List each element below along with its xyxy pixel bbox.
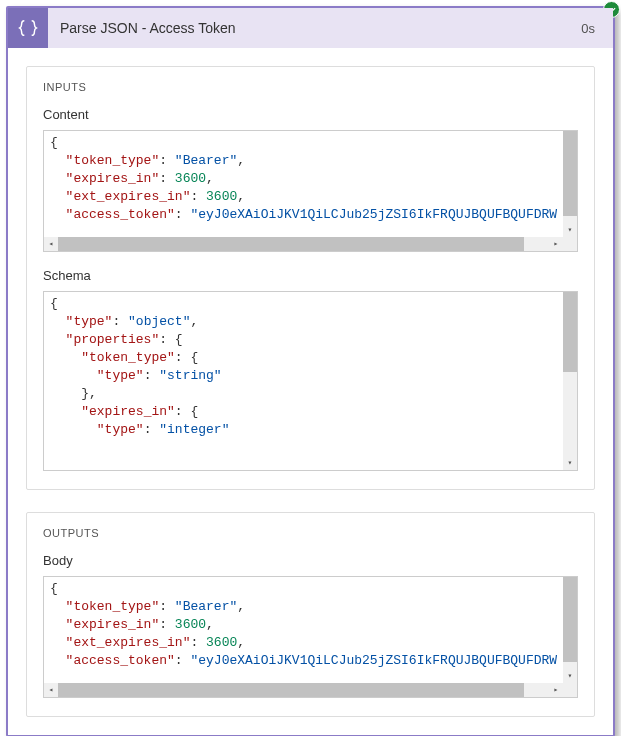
scrollbar-thumb[interactable] bbox=[563, 292, 577, 372]
json-key: "access_token" bbox=[66, 653, 175, 668]
schema-code: { "type": "object", "properties": { "tok… bbox=[44, 292, 563, 470]
json-number: 3600 bbox=[206, 635, 237, 650]
chevron-down-icon[interactable]: ▾ bbox=[563, 456, 577, 470]
json-string: "object" bbox=[128, 314, 190, 329]
json-key: "token_type" bbox=[66, 153, 160, 168]
card-header[interactable]: Parse JSON - Access Token 0s bbox=[8, 8, 613, 48]
content-label: Content bbox=[43, 107, 578, 122]
action-card: Parse JSON - Access Token 0s INPUTS Cont… bbox=[6, 6, 615, 736]
json-number: 3600 bbox=[175, 171, 206, 186]
json-key: "access_token" bbox=[66, 207, 175, 222]
json-key: "token_type" bbox=[81, 350, 175, 365]
scrollbar-corner bbox=[563, 237, 577, 251]
json-number: 3600 bbox=[175, 617, 206, 632]
json-key: "token_type" bbox=[66, 599, 160, 614]
scrollbar-thumb[interactable] bbox=[58, 683, 524, 697]
card-body: INPUTS Content { "token_type": "Bearer",… bbox=[8, 48, 613, 735]
body-code: { "token_type": "Bearer", "expires_in": … bbox=[44, 577, 563, 683]
json-string: "Bearer" bbox=[175, 153, 237, 168]
chevron-right-icon[interactable]: ▸ bbox=[549, 683, 563, 697]
chevron-left-icon[interactable]: ◂ bbox=[44, 683, 58, 697]
content-codebox[interactable]: { "token_type": "Bearer", "expires_in": … bbox=[43, 130, 578, 252]
chevron-right-icon[interactable]: ▸ bbox=[549, 237, 563, 251]
scrollbar-corner bbox=[563, 683, 577, 697]
json-key: "ext_expires_in" bbox=[66, 189, 191, 204]
duration-label: 0s bbox=[581, 21, 613, 36]
horizontal-scrollbar[interactable]: ◂ ▸ bbox=[44, 683, 563, 697]
json-string: "eyJ0eXAiOiJKV1QiLCJub25jZSI6IkFRQUJBQUF… bbox=[190, 653, 557, 668]
card-title: Parse JSON - Access Token bbox=[48, 20, 581, 36]
chevron-left-icon[interactable]: ◂ bbox=[44, 237, 58, 251]
json-string: "string" bbox=[159, 368, 221, 383]
json-key: "type" bbox=[66, 314, 113, 329]
json-key: "type" bbox=[97, 368, 144, 383]
vertical-scrollbar[interactable]: ▾ bbox=[563, 131, 577, 237]
horizontal-scrollbar[interactable]: ◂ ▸ bbox=[44, 237, 563, 251]
chevron-down-icon[interactable]: ▾ bbox=[563, 669, 577, 683]
json-key: "expires_in" bbox=[66, 171, 160, 186]
json-key: "type" bbox=[97, 422, 144, 437]
json-key: "expires_in" bbox=[81, 404, 175, 419]
scrollbar-thumb[interactable] bbox=[58, 237, 524, 251]
json-key: "expires_in" bbox=[66, 617, 160, 632]
content-code: { "token_type": "Bearer", "expires_in": … bbox=[44, 131, 563, 237]
json-key: "properties" bbox=[66, 332, 160, 347]
body-label: Body bbox=[43, 553, 578, 568]
scrollbar-thumb[interactable] bbox=[563, 131, 577, 216]
json-key: "ext_expires_in" bbox=[66, 635, 191, 650]
schema-label: Schema bbox=[43, 268, 578, 283]
outputs-heading: OUTPUTS bbox=[43, 527, 578, 539]
json-number: 3600 bbox=[206, 189, 237, 204]
inputs-section: INPUTS Content { "token_type": "Bearer",… bbox=[26, 66, 595, 490]
json-string: "Bearer" bbox=[175, 599, 237, 614]
schema-codebox[interactable]: { "type": "object", "properties": { "tok… bbox=[43, 291, 578, 471]
parse-json-icon bbox=[8, 8, 48, 48]
vertical-scrollbar[interactable]: ▾ bbox=[563, 577, 577, 683]
body-codebox[interactable]: { "token_type": "Bearer", "expires_in": … bbox=[43, 576, 578, 698]
json-string: "integer" bbox=[159, 422, 229, 437]
json-string: "eyJ0eXAiOiJKV1QiLCJub25jZSI6IkFRQUJBQUF… bbox=[190, 207, 557, 222]
inputs-heading: INPUTS bbox=[43, 81, 578, 93]
vertical-scrollbar[interactable]: ▾ bbox=[563, 292, 577, 470]
outputs-section: OUTPUTS Body { "token_type": "Bearer", "… bbox=[26, 512, 595, 717]
scrollbar-thumb[interactable] bbox=[563, 577, 577, 662]
chevron-down-icon[interactable]: ▾ bbox=[563, 223, 577, 237]
